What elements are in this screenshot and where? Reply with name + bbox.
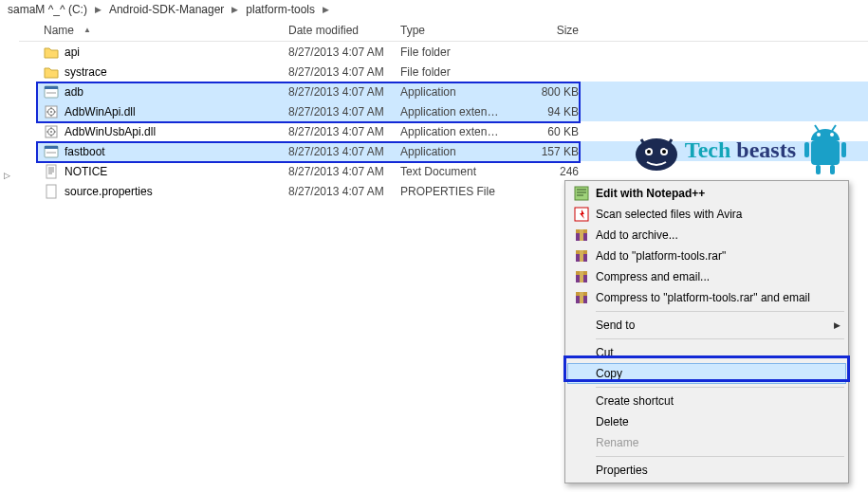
file-name: fastboot: [65, 145, 105, 158]
file-name-cell: NOTICE: [38, 164, 283, 179]
avira-icon: [571, 207, 592, 222]
menu-compress-rar-email[interactable]: Compress to "platform-tools.rar" and ema…: [567, 287, 846, 308]
sort-asc-icon: ▲: [83, 26, 91, 34]
chevron-right-icon: ▶: [230, 5, 240, 14]
menu-label: Delete: [592, 415, 840, 428]
menu-separator: [596, 456, 844, 457]
column-headers[interactable]: Name ▲ Date modified Type Size: [19, 19, 868, 42]
winrar-icon: [571, 269, 592, 284]
column-type[interactable]: Type: [395, 24, 507, 37]
file-name: api: [65, 46, 80, 59]
menu-separator: [596, 338, 844, 339]
chevron-right-icon: ▶: [93, 5, 103, 14]
menu-label: Add to "platform-tools.rar": [592, 249, 840, 263]
menu-create-shortcut[interactable]: Create shortcut: [567, 391, 846, 411]
breadcrumb-segment[interactable]: Android-SDK-Manager: [105, 3, 228, 16]
file-type: Application extens...: [395, 105, 507, 118]
file-name: source.properties: [65, 185, 153, 198]
menu-add-archive[interactable]: Add to archive...: [567, 225, 846, 246]
menu-send-to[interactable]: Send to ▶: [567, 315, 846, 336]
breadcrumb[interactable]: samaM ^_^ (C:) ▶ Android-SDK-Manager ▶ p…: [0, 0, 868, 19]
breadcrumb-segment[interactable]: platform-tools: [242, 3, 319, 16]
file-row[interactable]: adb8/27/2013 4:07 AMApplication800 KB: [38, 82, 868, 101]
folder-icon: [44, 45, 59, 60]
column-size[interactable]: Size: [507, 24, 584, 37]
menu-label: Create shortcut: [592, 394, 840, 408]
file-type: File folder: [395, 46, 507, 59]
file-row[interactable]: systrace8/27/2013 4:07 AMFile folder: [38, 62, 868, 82]
file-name-cell: AdbWinApi.dll: [38, 104, 283, 119]
file-date: 8/27/2013 4:07 AM: [283, 85, 395, 99]
file-type: PROPERTIES File: [395, 185, 507, 198]
file-name-cell: api: [38, 45, 283, 60]
file-row[interactable]: fastboot8/27/2013 4:07 AMApplication157 …: [38, 141, 868, 161]
column-name[interactable]: Name ▲: [38, 24, 283, 37]
menu-separator: [596, 387, 844, 388]
file-name: systrace: [65, 65, 107, 79]
svg-rect-10: [45, 146, 58, 149]
submenu-arrow-icon: ▶: [834, 320, 840, 330]
file-name: AdbWinApi.dll: [65, 105, 136, 118]
menu-delete[interactable]: Delete: [567, 411, 846, 432]
file-row[interactable]: NOTICE8/27/2013 4:07 AMText Document246: [38, 161, 868, 181]
nav-gutter: ▷: [0, 19, 19, 492]
file-type: Application: [395, 85, 507, 99]
svg-rect-38: [580, 271, 583, 282]
file-size: 157 KB: [507, 145, 584, 158]
menu-label: Cut: [592, 346, 840, 359]
file-date: 8/27/2013 4:07 AM: [283, 165, 395, 178]
menu-rename[interactable]: Rename: [567, 432, 846, 453]
file-name-cell: systrace: [38, 64, 283, 80]
dll-icon: [44, 124, 59, 139]
file-name-cell: adb: [38, 84, 283, 100]
chevron-right-icon: ▶: [321, 5, 331, 14]
menu-properties[interactable]: Properties: [567, 460, 846, 481]
menu-label: Add to archive...: [592, 228, 840, 242]
svg-rect-13: [46, 185, 56, 198]
chevron-right-icon[interactable]: ▷: [4, 171, 10, 180]
context-menu[interactable]: Edit with Notepad++ Scan selected files …: [564, 180, 849, 483]
file-date: 8/27/2013 4:07 AM: [283, 125, 395, 138]
menu-compress-email[interactable]: Compress and email...: [567, 266, 846, 287]
menu-add-rar[interactable]: Add to "platform-tools.rar": [567, 246, 846, 266]
file-name-cell: fastboot: [38, 144, 283, 159]
menu-edit-notepadpp[interactable]: Edit with Notepad++: [567, 183, 846, 204]
file-name-cell: AdbWinUsbApi.dll: [38, 124, 283, 139]
file-row[interactable]: api8/27/2013 4:07 AMFile folder: [38, 42, 868, 62]
dll-icon: [44, 104, 59, 119]
menu-label: Scan selected files with Avira: [592, 208, 840, 221]
svg-point-8: [50, 131, 52, 133]
file-date: 8/27/2013 4:07 AM: [283, 185, 395, 198]
exe-icon: [44, 84, 59, 100]
menu-cut[interactable]: Cut: [567, 342, 846, 363]
file-date: 8/27/2013 4:07 AM: [283, 46, 395, 59]
file-name: NOTICE: [65, 165, 107, 178]
menu-label: Compress and email...: [592, 270, 840, 283]
breadcrumb-segment[interactable]: samaM ^_^ (C:): [4, 3, 91, 16]
file-type: Application extens...: [395, 125, 507, 138]
menu-separator: [596, 311, 844, 312]
file-icon: [44, 184, 59, 199]
file-size: 800 KB: [507, 85, 584, 99]
winrar-icon: [571, 228, 592, 243]
menu-scan-avira[interactable]: Scan selected files with Avira: [567, 204, 846, 225]
file-type: File folder: [395, 65, 507, 79]
file-name-cell: source.properties: [38, 184, 283, 199]
winrar-icon: [571, 290, 592, 305]
file-type: Text Document: [395, 165, 507, 178]
file-row[interactable]: AdbWinApi.dll8/27/2013 4:07 AMApplicatio…: [38, 101, 868, 121]
winrar-icon: [571, 248, 592, 264]
menu-copy[interactable]: Copy: [567, 363, 846, 384]
file-row[interactable]: AdbWinUsbApi.dll8/27/2013 4:07 AMApplica…: [38, 121, 868, 141]
column-date[interactable]: Date modified: [283, 24, 395, 37]
file-date: 8/27/2013 4:07 AM: [283, 105, 395, 118]
svg-rect-41: [580, 292, 583, 303]
file-date: 8/27/2013 4:07 AM: [283, 145, 395, 158]
column-label: Name: [44, 24, 74, 37]
file-date: 8/27/2013 4:07 AM: [283, 65, 395, 79]
file-size: 94 KB: [507, 105, 584, 118]
svg-point-5: [50, 111, 52, 113]
menu-label: Properties: [592, 464, 840, 477]
menu-label: Edit with Notepad++: [592, 187, 840, 200]
file-size: 60 KB: [507, 125, 584, 138]
